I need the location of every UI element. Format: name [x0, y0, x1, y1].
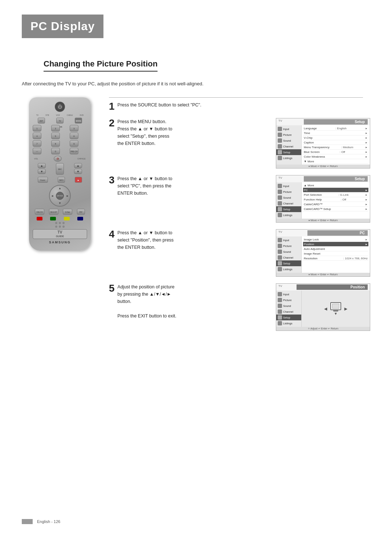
vol-down[interactable]: ▼ — [38, 169, 46, 174]
step-3: 3 Press the ▲ or ▼ button to select "PC"… — [109, 175, 370, 223]
screen-header-3: TV Setup — [276, 175, 370, 182]
ch-down[interactable]: ▼ — [74, 169, 82, 174]
ok-list-button[interactable]: OK/LIST — [49, 209, 58, 215]
sidebar-setup-active-4: Setup — [276, 260, 301, 266]
position-controls: ◄ ▼ ► — [323, 302, 348, 316]
monitor-screen — [332, 304, 339, 309]
position-adjustment-area: ◄ ▼ ► — [302, 291, 370, 327]
menu-title-pc: PC — [307, 230, 368, 236]
step-4-screen: TV PC Input Picture — [276, 229, 370, 277]
btn-1[interactable]: 1 — [33, 125, 41, 131]
step-5-number: 5 — [109, 283, 115, 293]
tvguide-button[interactable]: TV Guide — [56, 118, 64, 123]
sidebar-sound-4: Sound — [276, 249, 301, 255]
enter-button[interactable]: ENTER — [56, 192, 64, 200]
step-3-text: Press the ▲ or ▼ button to select "PC", … — [118, 175, 172, 197]
btn-2[interactable]: 2 — [51, 125, 60, 131]
sidebar-sound-2: Sound — [276, 138, 301, 143]
btn-9[interactable]: 9 — [70, 140, 78, 147]
input-icon — [278, 127, 282, 131]
main-content: ⏻ TVSTBVCRCABLEDVD ANT TV Guide MODE 1 2… — [22, 97, 370, 337]
tv-screen-setup-1: TV Setup Input Picture — [276, 118, 370, 169]
menu-footer-5: ✧ Adjust ↵ Enter ↩ Return — [276, 327, 370, 331]
menu-row-portsel: Port Selection : G-Link ► — [303, 192, 368, 197]
top-button-row: ANT TV Guide MODE — [33, 118, 87, 123]
setup-icon — [278, 150, 282, 154]
sidebar-sound-3: Sound — [276, 195, 301, 200]
nav-right-arrow[interactable]: ► — [66, 194, 69, 198]
step-3-screen: TV Setup Input Picture — [276, 175, 370, 223]
mode-button[interactable]: MODE — [75, 118, 82, 123]
extra-button[interactable]: ▶ — [75, 177, 82, 183]
menu-body-2: Input Picture Sound — [276, 125, 370, 165]
info-button[interactable]: INFO — [58, 177, 65, 183]
nav-area: ▲ ▼ ◄ ► ENTER — [33, 185, 87, 207]
power-button[interactable]: ⏻ — [55, 102, 65, 112]
step-4-content: 4 Press the ▲ or ▼ button to select "Pos… — [109, 229, 276, 251]
btn-7[interactable]: 7 — [33, 140, 41, 147]
tv-guide-logo: TV GUIDE — [33, 229, 87, 239]
funtion-button[interactable]: Funnt — [38, 177, 48, 183]
nav-circle[interactable]: ▲ ▼ ◄ ► ENTER — [49, 185, 71, 207]
mute-button[interactable]: 🔇 — [54, 156, 62, 162]
source-labels: TVSTBVCRCABLEDVD — [33, 114, 87, 116]
btn-5[interactable]: 5 — [51, 133, 60, 139]
d-net-button[interactable]: D-Net — [63, 209, 72, 215]
btn-prech[interactable]: PRE-CH — [70, 148, 78, 154]
screen-header-4: TV PC — [276, 230, 370, 236]
nav-down-arrow[interactable]: ▼ — [58, 202, 61, 205]
btn-0[interactable]: 0 — [51, 148, 60, 154]
menu-body-5: Input Picture Sound — [276, 291, 370, 327]
remote-container: ⏻ TVSTBVCRCABLEDVD ANT TV Guide MODE 1 2… — [22, 97, 98, 337]
sidebar-picture: Picture — [276, 132, 301, 138]
picture-icon — [278, 133, 282, 137]
remote-dots-2 — [33, 226, 87, 228]
menu-row-blue: Blue Screen : Off ► — [303, 150, 368, 154]
nav-up-arrow[interactable]: ▲ — [58, 187, 61, 190]
pip-button[interactable]: PIP — [77, 209, 85, 215]
ch-up[interactable]: ▲ — [74, 163, 82, 168]
yellow-button[interactable] — [64, 217, 70, 220]
left-arrow-control: ◄ — [323, 306, 328, 312]
btn-4[interactable]: 4 — [33, 133, 41, 139]
menu-row-funchelp: Function Help : Off ► — [303, 197, 368, 202]
step-5: 5 Adjust the position of picture by pres… — [109, 283, 370, 331]
btn-6[interactable]: 6 — [70, 133, 78, 139]
antenna-button[interactable]: ANT — [38, 118, 45, 123]
step-1-content: 1 Press the SOURCE button to select "PC"… — [109, 97, 370, 112]
step-2-number: 2 — [109, 118, 115, 128]
ch-buttons: ▲ ▼ — [74, 163, 82, 175]
menu-sidebar-3: Input Picture Sound — [276, 182, 302, 219]
menu-sidebar-4: Input Picture Sound — [276, 236, 302, 273]
menu-row-trans: Menu Transparency : Medium ► — [303, 145, 368, 150]
btn-dash[interactable]: — — [33, 148, 41, 154]
fav-ch-button[interactable]: FAV.CH — [35, 209, 44, 215]
sidebar-listings-5: Listings — [276, 320, 301, 326]
footer-bar — [22, 519, 33, 524]
menu-row-pc-selected: PC ► — [303, 188, 368, 192]
sidebar-setup-active-2: Setup — [276, 149, 301, 155]
red-button[interactable] — [37, 217, 42, 220]
menu-row-autoadj: Auto Adjustment — [303, 247, 368, 251]
btn-3[interactable]: 3 — [70, 125, 78, 131]
sidebar-channel-4: Channel — [276, 255, 301, 260]
color-buttons — [33, 217, 87, 220]
section-title: Changing the Picture Position — [44, 59, 158, 72]
intro-text: After connecting the TV to your PC, adju… — [22, 81, 370, 86]
blue-button[interactable] — [77, 217, 83, 220]
step-3-number: 3 — [109, 175, 115, 185]
menu-footer-4: ♦ Move ↵ Enter ↩ Return — [276, 273, 370, 276]
green-button[interactable] — [50, 217, 56, 220]
vol-up[interactable]: ▲ — [38, 163, 46, 168]
source-button[interactable]: SRC — [56, 163, 64, 175]
channel-icon — [278, 144, 282, 149]
chpage-label: CHPAGE — [77, 158, 86, 160]
menu-body-4: Input Picture Sound — [276, 236, 370, 273]
step-5-text: Adjust the position of picture by pressi… — [118, 283, 176, 320]
btn-8[interactable]: 8 — [51, 140, 60, 147]
sidebar-picture-4: Picture — [276, 243, 301, 249]
page-footer: English - 126 — [22, 519, 60, 524]
tv-screen-pc: TV PC Input Picture — [276, 229, 370, 277]
tv-screen-setup-2: TV Setup Input Picture — [276, 175, 370, 223]
nav-left-arrow[interactable]: ◄ — [51, 194, 54, 198]
